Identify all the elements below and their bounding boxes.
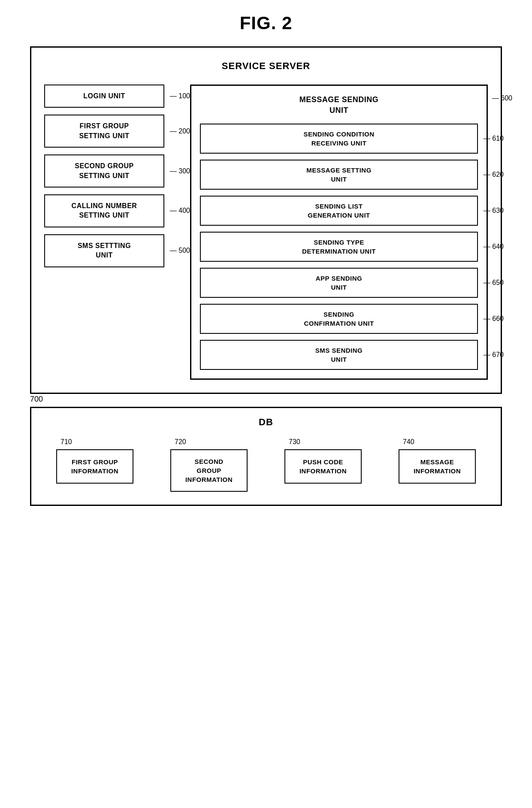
first-group-info-box: FIRST GROUPINFORMATION xyxy=(56,449,133,484)
left-column: LOGIN UNIT 100 FIRST GROUPSETTING UNIT 2… xyxy=(44,85,164,267)
message-setting-ref: 620 xyxy=(484,171,504,179)
push-code-info-item: 730 PUSH CODEINFORMATION xyxy=(284,438,362,492)
figure-title: FIG. 2 xyxy=(240,13,293,33)
second-group-setting-label: SECOND GROUPSETTING UNIT xyxy=(75,162,134,179)
sending-condition-ref: 610 xyxy=(484,135,504,142)
message-sending-unit-header: MESSAGE SENDINGUNIT xyxy=(200,94,478,116)
sending-condition-box: SENDING CONDITIONRECEIVING UNIT xyxy=(200,124,478,154)
sms-setting-label: SMS SETTTINGUNIT xyxy=(78,242,131,259)
second-group-setting-ref: 300 xyxy=(170,167,190,175)
db-section: 700 DB 710 FIRST GROUPINFORMATION 720 SE… xyxy=(30,407,502,506)
second-group-setting-wrapper: SECOND GROUPSETTING UNIT 300 xyxy=(44,154,164,188)
service-server-label: SERVICE SERVER xyxy=(44,61,488,72)
db-ref: 700 xyxy=(30,395,43,404)
message-sending-unit-box: 600 MESSAGE SENDINGUNIT SENDING CONDITIO… xyxy=(190,85,488,380)
sending-type-box: SENDING TYPEDETERMINATION UNIT xyxy=(200,232,478,262)
calling-number-setting-wrapper: CALLING NUMBERSETTING UNIT 400 xyxy=(44,194,164,227)
first-group-setting-box: FIRST GROUPSETTING UNIT xyxy=(44,115,164,148)
sms-sending-wrapper: SMS SENDINGUNIT 670 xyxy=(200,340,478,370)
sms-setting-box: SMS SETTTINGUNIT xyxy=(44,234,164,267)
second-group-info-ref: 720 xyxy=(175,438,186,446)
sms-sending-ref: 670 xyxy=(484,351,504,359)
calling-number-setting-ref: 400 xyxy=(170,207,190,215)
message-info-box: MESSAGEINFORMATION xyxy=(399,449,476,484)
message-sending-unit-ref: 600 xyxy=(492,94,512,102)
sms-setting-wrapper: SMS SETTTINGUNIT 500 xyxy=(44,234,164,267)
sending-list-wrapper: SENDING LISTGENERATION UNIT 630 xyxy=(200,196,478,226)
message-setting-label: MESSAGE SETTINGUNIT xyxy=(306,166,372,183)
sending-confirmation-wrapper: SENDINGCONFIRMATION UNIT 660 xyxy=(200,304,478,334)
second-group-setting-box: SECOND GROUPSETTING UNIT xyxy=(44,154,164,188)
sending-list-ref: 630 xyxy=(484,207,504,215)
login-unit-ref: 100 xyxy=(170,92,190,100)
push-code-info-ref: 730 xyxy=(289,438,300,446)
sending-confirmation-ref: 660 xyxy=(484,315,504,323)
message-setting-box: MESSAGE SETTINGUNIT xyxy=(200,160,478,190)
calling-number-setting-box: CALLING NUMBERSETTING UNIT xyxy=(44,194,164,227)
second-group-info-box: SECONDGROUPINFORMATION xyxy=(170,449,248,492)
diagram-container: 1000 SERVICE SERVER LOGIN UNIT 100 FIRST… xyxy=(30,46,502,506)
app-sending-wrapper: APP SENDINGUNIT 650 xyxy=(200,268,478,298)
second-group-info-item: 720 SECONDGROUPINFORMATION xyxy=(170,438,248,492)
app-sending-box: APP SENDINGUNIT xyxy=(200,268,478,298)
sending-type-wrapper: SENDING TYPEDETERMINATION UNIT 640 xyxy=(200,232,478,262)
sms-setting-ref: 500 xyxy=(170,247,190,254)
sending-list-box: SENDING LISTGENERATION UNIT xyxy=(200,196,478,226)
sending-list-label: SENDING LISTGENERATION UNIT xyxy=(308,203,370,219)
message-info-item: 740 MESSAGEINFORMATION xyxy=(399,438,476,492)
server-content: LOGIN UNIT 100 FIRST GROUPSETTING UNIT 2… xyxy=(44,85,488,380)
login-unit-label: LOGIN UNIT xyxy=(83,92,125,100)
sending-type-label: SENDING TYPEDETERMINATION UNIT xyxy=(302,239,376,255)
first-group-info-ref: 710 xyxy=(60,438,72,446)
first-group-setting-wrapper: FIRST GROUPSETTING UNIT 200 xyxy=(44,115,164,148)
app-sending-label: APP SENDINGUNIT xyxy=(316,275,363,291)
db-label: DB xyxy=(44,417,488,428)
app-sending-ref: 650 xyxy=(484,279,504,287)
calling-number-setting-label: CALLING NUMBERSETTING UNIT xyxy=(72,202,137,219)
db-box: DB 710 FIRST GROUPINFORMATION 720 SECOND… xyxy=(30,407,502,506)
sending-condition-label: SENDING CONDITIONRECEIVING UNIT xyxy=(303,130,374,147)
sending-confirmation-box: SENDINGCONFIRMATION UNIT xyxy=(200,304,478,334)
first-group-info-item: 710 FIRST GROUPINFORMATION xyxy=(56,438,133,492)
first-group-setting-label: FIRST GROUPSETTING UNIT xyxy=(79,122,129,139)
message-info-ref: 740 xyxy=(403,438,414,446)
sending-type-ref: 640 xyxy=(484,243,504,251)
sms-sending-box: SMS SENDINGUNIT xyxy=(200,340,478,370)
db-items: 710 FIRST GROUPINFORMATION 720 SECONDGRO… xyxy=(44,438,488,492)
sms-sending-label: SMS SENDINGUNIT xyxy=(315,347,363,363)
message-setting-wrapper: MESSAGE SETTINGUNIT 620 xyxy=(200,160,478,190)
sending-condition-wrapper: SENDING CONDITIONRECEIVING UNIT 610 xyxy=(200,124,478,154)
sending-confirmation-label: SENDINGCONFIRMATION UNIT xyxy=(304,311,374,327)
login-unit-box: LOGIN UNIT xyxy=(44,85,164,108)
login-unit-wrapper: LOGIN UNIT 100 xyxy=(44,85,164,108)
first-group-setting-ref: 200 xyxy=(170,127,190,135)
service-server-box: SERVICE SERVER LOGIN UNIT 100 FIRST GROU… xyxy=(30,46,502,394)
push-code-info-box: PUSH CODEINFORMATION xyxy=(284,449,362,484)
